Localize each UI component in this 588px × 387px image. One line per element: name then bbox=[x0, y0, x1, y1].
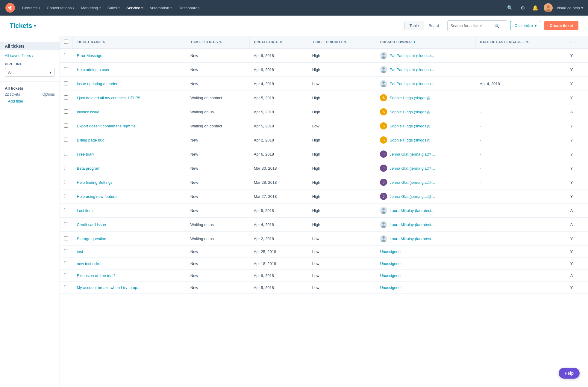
row-checkbox[interactable] bbox=[64, 67, 68, 71]
owner-name[interactable]: Laura Mikulay (lauratest... bbox=[390, 222, 434, 227]
nav-item-conversations[interactable]: Conversations ▾ bbox=[44, 4, 77, 12]
ticket-name-link[interactable]: Help finding Settings bbox=[77, 180, 113, 185]
row-checkbox[interactable] bbox=[64, 166, 68, 170]
ticket-name-link[interactable]: test bbox=[77, 249, 83, 254]
nav-item-dashboards[interactable]: Dashboards bbox=[175, 4, 202, 12]
row-checkbox[interactable] bbox=[64, 285, 68, 289]
select-all-checkbox[interactable] bbox=[64, 40, 68, 44]
ticket-create-date-cell: Mar 30, 2018 bbox=[250, 161, 308, 175]
ticket-name-link[interactable]: Invoice issue bbox=[77, 110, 99, 114]
page-title[interactable]: Tickets ▾ bbox=[10, 22, 36, 30]
ticket-name-link[interactable]: My account breaks when I try to up... bbox=[77, 285, 140, 290]
ticket-create-date-cell: Apr 5, 2018 bbox=[250, 105, 308, 119]
owner-name[interactable]: Jenna Glat (jenna.glat@... bbox=[390, 194, 435, 199]
pipeline-select[interactable]: All ▾ bbox=[5, 68, 55, 77]
row-checkbox[interactable] bbox=[64, 249, 68, 253]
sort-ticket-priority[interactable]: TICKET PRIORITY ⇅ bbox=[312, 40, 372, 44]
nav-item-sales[interactable]: Sales ▾ bbox=[104, 4, 123, 12]
ticket-priority-cell: High bbox=[308, 48, 376, 63]
owner-name[interactable]: Jenna Glat (jenna.glat@... bbox=[390, 152, 435, 156]
sort-ticket-name[interactable]: TICKET NAME ⇅ bbox=[77, 40, 182, 44]
page-header: Tickets ▾ Table Board 🔍 Customize ▾ Crea… bbox=[0, 16, 588, 36]
ticket-name-link[interactable]: Export doesn't contain the right fie... bbox=[77, 124, 139, 128]
ticket-name-link[interactable]: I just deleted all my contacts. HELP!! bbox=[77, 96, 140, 100]
user-avatar[interactable] bbox=[544, 3, 553, 12]
owner-name[interactable]: Pat Participant (cloudco... bbox=[390, 53, 434, 58]
ticket-name-link[interactable]: Help adding a user bbox=[77, 67, 110, 72]
board-view-button[interactable]: Board bbox=[424, 21, 444, 30]
ticket-name-link[interactable]: Credit card issue bbox=[77, 222, 106, 227]
row-checkbox[interactable] bbox=[64, 81, 68, 85]
row-checkbox[interactable] bbox=[64, 194, 68, 198]
portal-name[interactable]: cloud co help ▾ bbox=[557, 6, 583, 10]
owner-name[interactable]: Pat Participant (cloudco... bbox=[390, 67, 434, 72]
row-checkbox[interactable] bbox=[64, 261, 68, 265]
owner-unassigned[interactable]: Unassigned bbox=[380, 249, 401, 254]
ticket-name-cell: Beta program bbox=[73, 161, 186, 175]
owner-unassigned[interactable]: Unassigned bbox=[380, 273, 401, 278]
owner-unassigned[interactable]: Unassigned bbox=[380, 285, 401, 290]
nav-item-marketing[interactable]: Marketing ▾ bbox=[78, 4, 104, 12]
row-checkbox[interactable] bbox=[64, 222, 68, 226]
ticket-name-link[interactable]: Beta program bbox=[77, 166, 101, 171]
row-checkbox[interactable] bbox=[64, 273, 68, 277]
options-link[interactable]: Options bbox=[43, 92, 55, 97]
ticket-search-input[interactable] bbox=[451, 23, 492, 28]
notifications-icon-button[interactable]: 🔔 bbox=[531, 4, 539, 12]
ticket-name-link[interactable]: Billing page bug bbox=[77, 138, 105, 142]
nav-item-automation[interactable]: Automation ▾ bbox=[146, 4, 175, 12]
create-ticket-button[interactable]: Create ticket bbox=[544, 21, 578, 30]
row-checkbox[interactable] bbox=[64, 53, 68, 57]
portal-caret-icon: ▾ bbox=[581, 6, 583, 10]
ticket-col7-cell: Y bbox=[566, 232, 588, 246]
row-checkbox[interactable] bbox=[64, 109, 68, 114]
owner-cell: Pat Participant (cloudco... bbox=[380, 66, 471, 73]
ticket-create-date-cell: Apr 4, 2018 bbox=[250, 77, 308, 91]
row-checkbox[interactable] bbox=[64, 95, 68, 100]
table-view-button[interactable]: Table bbox=[405, 21, 424, 30]
ticket-name-cell: new test ticket bbox=[73, 258, 186, 270]
row-checkbox[interactable] bbox=[64, 152, 68, 156]
ticket-name-link[interactable]: Storage question bbox=[77, 237, 106, 241]
settings-icon-button[interactable]: ⚙ bbox=[519, 4, 527, 12]
ticket-name-link[interactable]: Extension of free trial? bbox=[77, 273, 116, 278]
ticket-last-engage-cell: Apr 4, 2018 bbox=[476, 77, 566, 91]
nav-item-contacts[interactable]: Contacts ▾ bbox=[19, 4, 43, 12]
ticket-name-link[interactable]: Error Message bbox=[77, 53, 102, 58]
row-checkbox[interactable] bbox=[64, 180, 68, 184]
owner-name[interactable]: Pat Participant (cloudco... bbox=[390, 82, 434, 86]
all-tickets-sidebar-label[interactable]: All tickets bbox=[0, 42, 60, 50]
nav-item-service[interactable]: Service ▾ bbox=[123, 4, 146, 12]
ticket-name-link[interactable]: new test ticket bbox=[77, 261, 101, 266]
owner-name[interactable]: Laura Mikulay (lauratest... bbox=[390, 208, 434, 213]
owner-unassigned[interactable]: Unassigned bbox=[380, 261, 401, 266]
add-filter-link[interactable]: + Add filter bbox=[0, 97, 60, 105]
ticket-name-link[interactable]: Lost item bbox=[77, 208, 93, 213]
sort-hubspot-owner[interactable]: HUBSPOT OWNER ▼ bbox=[380, 40, 471, 44]
owner-name[interactable]: Jenna Glat (jenna.glat@... bbox=[390, 180, 435, 185]
sort-ticket-status[interactable]: TICKET STATUS ⇅ bbox=[190, 40, 245, 44]
help-button[interactable]: Help bbox=[559, 368, 580, 379]
svg-point-5 bbox=[382, 53, 385, 55]
sort-create-date[interactable]: CREATE DATE ⇅ bbox=[254, 40, 304, 44]
hubspot-logo[interactable] bbox=[5, 2, 16, 13]
owner-name[interactable]: Sophie Higgs (shiggs@... bbox=[390, 110, 434, 114]
owner-name[interactable]: Laura Mikulay (lauratest... bbox=[390, 237, 434, 241]
owner-name[interactable]: Jenna Glat (jenna.glat@... bbox=[390, 166, 435, 171]
ticket-create-date-cell: Apr 5, 2018 bbox=[250, 119, 308, 133]
owner-name[interactable]: Sophie Higgs (shiggs@... bbox=[390, 138, 434, 142]
owner-name[interactable]: Sophie Higgs (shiggs@... bbox=[390, 124, 434, 128]
customize-button[interactable]: Customize ▾ bbox=[510, 21, 541, 30]
row-checkbox[interactable] bbox=[64, 236, 68, 240]
row-checkbox[interactable] bbox=[64, 138, 68, 142]
sort-last-engage[interactable]: DATE OF LAST ENGAGE... ⇅ bbox=[480, 40, 562, 44]
ticket-name-link[interactable]: Free trial? bbox=[77, 152, 95, 156]
ticket-name-link[interactable]: Issue updating attendee bbox=[77, 82, 119, 86]
sort-icon-date: ⇅ bbox=[280, 40, 282, 44]
row-checkbox[interactable] bbox=[64, 208, 68, 212]
row-checkbox[interactable] bbox=[64, 124, 68, 128]
search-icon-button[interactable]: 🔍 bbox=[506, 4, 514, 12]
saved-filters-link[interactable]: All saved filters › bbox=[0, 53, 60, 61]
ticket-name-link[interactable]: Help using new feature bbox=[77, 194, 117, 199]
owner-name[interactable]: Sophie Higgs (shiggs@... bbox=[390, 96, 434, 100]
